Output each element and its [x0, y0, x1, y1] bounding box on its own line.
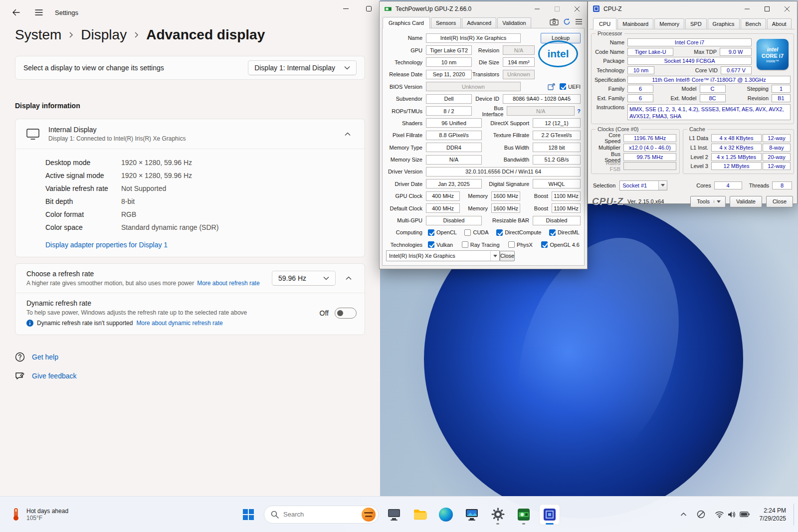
uefi-checkbox[interactable]: UEFI: [560, 83, 581, 90]
taskbar-clock[interactable]: 2:24 PM 7/29/2025: [756, 505, 790, 525]
gpuz-graphics-card-panel: NameIntel(R) Iris(R) Xe GraphicsLookup G…: [382, 28, 585, 266]
minimize-icon: [745, 6, 750, 11]
tab-mainboard[interactable]: Mainboard: [617, 18, 653, 29]
tab-spd[interactable]: SPD: [685, 18, 707, 29]
directcompute-checkbox[interactable]: DirectCompute: [496, 229, 541, 236]
maximize-icon: [366, 6, 372, 11]
tab-graphics[interactable]: Graphics: [708, 18, 740, 29]
display-adapter-properties-link[interactable]: Display adapter properties for Display 1: [45, 241, 168, 249]
get-help-link[interactable]: Get help: [32, 353, 58, 361]
tools-button[interactable]: Tools: [690, 196, 726, 207]
gpuz-app-icon: [384, 5, 392, 13]
nav-menu-button[interactable]: [30, 4, 48, 21]
taskbar-file-explorer[interactable]: [409, 504, 430, 525]
monitor-icon: [26, 129, 39, 140]
hidden-icons-button[interactable]: [676, 508, 691, 521]
taskbar-cpuz[interactable]: [539, 504, 560, 525]
opengl-checkbox[interactable]: OpenGL 4.6: [541, 241, 580, 248]
validate-button[interactable]: Validate: [730, 196, 762, 207]
bus-interface-help-icon[interactable]: ?: [577, 108, 581, 114]
cuda-checkbox[interactable]: CUDA: [464, 229, 488, 236]
screenshot-camera-icon[interactable]: [550, 18, 559, 25]
tab-advanced[interactable]: Advanced: [462, 17, 496, 28]
back-button[interactable]: [7, 4, 25, 21]
settings-window-title: Settings: [55, 9, 78, 16]
tab-about[interactable]: About: [767, 18, 792, 29]
taskbar-settings[interactable]: [487, 504, 508, 525]
selection-label: Selection: [593, 182, 615, 188]
more-about-refresh-rate-link[interactable]: More about refresh rate: [197, 280, 259, 287]
tab-validation[interactable]: Validation: [497, 17, 531, 28]
breadcrumb-system[interactable]: System: [15, 27, 61, 43]
resizable-bar-value: Disabled: [533, 216, 581, 225]
ray-tracing-checkbox[interactable]: Ray Tracing: [462, 241, 500, 248]
dnd-status-button[interactable]: [693, 506, 709, 523]
taskbar-display-app[interactable]: [461, 504, 482, 525]
cpuz-close-button[interactable]: [777, 1, 797, 16]
bus-speed-value: 99.75 MHz: [623, 153, 676, 161]
cpuz-maximize-button[interactable]: [757, 1, 777, 16]
rops-tmus-value: 8 / 2: [426, 106, 472, 116]
vulkan-checkbox[interactable]: Vulkan: [428, 241, 453, 248]
collapse-display-info-button[interactable]: [340, 128, 356, 140]
active-running-indicator: [546, 523, 554, 525]
network-volume-battery-button[interactable]: [711, 507, 754, 522]
weather-widget[interactable]: Hot days ahead 105°F: [4, 505, 74, 525]
taskbar: Hot days ahead 105°F: [0, 496, 798, 532]
minimize-button[interactable]: [334, 0, 357, 17]
gpuz-close-panel-button[interactable]: Close: [500, 251, 515, 261]
cores-label: Cores: [696, 182, 711, 188]
do-not-disturb-icon: [697, 510, 705, 519]
gpuz-close-button[interactable]: [567, 1, 587, 16]
gpu-selector-dropdown[interactable]: Intel(R) Iris(R) Xe Graphics: [386, 250, 500, 261]
search-input[interactable]: [283, 511, 343, 518]
cpuz-titlebar[interactable]: CPU-Z: [588, 1, 797, 16]
display-info-card-header[interactable]: Internal Display Display 1: Connected to…: [15, 119, 365, 149]
pc-monitor-icon: [387, 508, 401, 521]
get-help-row: Get help: [15, 352, 365, 362]
socket-selector-dropdown[interactable]: Socket #1: [619, 180, 667, 190]
taskbar-edge[interactable]: [435, 504, 456, 525]
cpuz-minimize-button[interactable]: [737, 1, 757, 16]
display-card-subtitle: Display 1: Connected to Intel(R) Iris(R)…: [48, 135, 186, 142]
settings-titlebar[interactable]: Settings: [0, 0, 380, 25]
refresh-rate-dropdown[interactable]: 59.96 Hz: [272, 271, 336, 286]
refresh-icon[interactable]: [563, 18, 571, 25]
taskbar-pc-monitor-icon[interactable]: [384, 504, 404, 525]
menu-icon[interactable]: [575, 19, 583, 24]
taskbar-search[interactable]: [264, 506, 379, 524]
gpuz-minimize-button[interactable]: [527, 1, 547, 16]
gear-icon: [491, 508, 505, 521]
max-tdp-value: 9.0 W: [720, 48, 752, 56]
dynamic-refresh-toggle[interactable]: [335, 308, 357, 319]
tab-bench[interactable]: Bench: [741, 18, 766, 29]
wifi-icon: [715, 511, 724, 518]
cpuz-close-panel-button[interactable]: Close: [766, 196, 793, 207]
tab-sensors[interactable]: Sensors: [431, 17, 461, 28]
search-highlight-icon[interactable]: [362, 508, 376, 522]
running-indicator: [496, 523, 499, 525]
share-bios-icon[interactable]: [548, 83, 556, 90]
give-feedback-link[interactable]: Give feedback: [32, 372, 77, 380]
display-info-row: Bit depth8-bit: [45, 195, 365, 208]
opencl-checkbox[interactable]: OpenCL: [428, 229, 457, 236]
display-app-icon: [465, 508, 479, 521]
tab-cpu[interactable]: CPU: [593, 18, 616, 29]
start-button[interactable]: [238, 504, 259, 525]
maximize-button[interactable]: [357, 0, 380, 17]
directml-checkbox[interactable]: DirectML: [549, 229, 580, 236]
gpuz-titlebar[interactable]: TechPowerUp GPU-Z 2.66.0: [380, 1, 587, 16]
shaders-value: 96 Unified: [426, 118, 482, 128]
tab-memory[interactable]: Memory: [654, 18, 684, 29]
show-desktop-button[interactable]: [794, 504, 796, 526]
breadcrumb-display[interactable]: Display: [81, 27, 127, 43]
bios-version-value: Unknown: [426, 82, 521, 91]
tab-graphics-card[interactable]: Graphics Card: [383, 17, 430, 28]
display-select-dropdown[interactable]: Display 1: Internal Display: [248, 60, 357, 75]
collapse-refresh-rate-button[interactable]: [341, 272, 357, 284]
refresh-rate-subtitle: A higher rate gives smoother motion, but…: [26, 280, 194, 287]
taskbar-gpuz[interactable]: [513, 504, 534, 525]
more-about-dynamic-refresh-link[interactable]: More about dynamic refresh rate: [136, 320, 222, 327]
physx-checkbox[interactable]: PhysX: [508, 241, 533, 248]
get-help-icon: [15, 352, 25, 362]
